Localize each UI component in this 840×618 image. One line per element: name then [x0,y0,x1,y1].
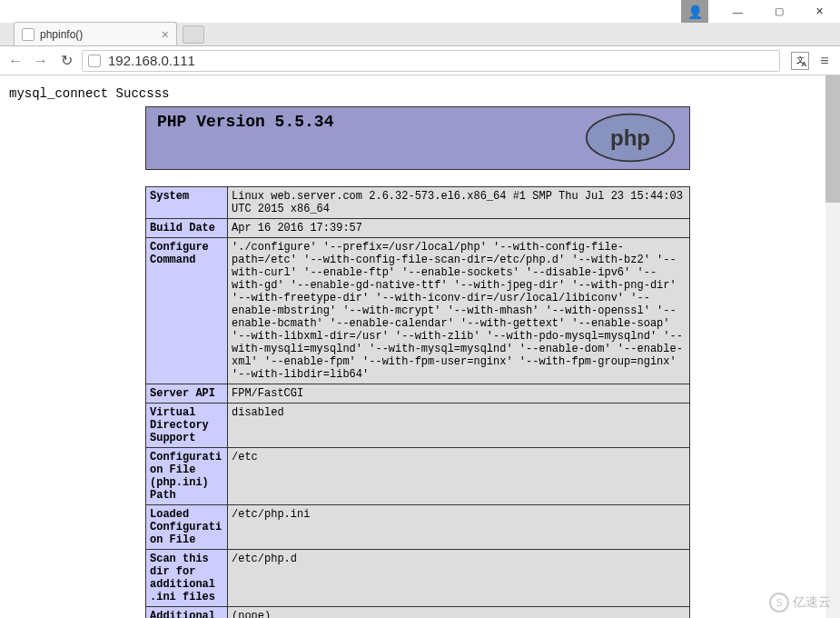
php-logo: php [582,113,678,164]
watermark: S 亿速云 [769,593,831,613]
table-row: Build DateApr 16 2016 17:39:57 [146,219,690,238]
watermark-text: 亿速云 [793,594,831,611]
table-row: Scan this dir for additional .ini files/… [146,550,690,607]
row-value: /etc [228,448,690,505]
address-bar: ← → ↻ 192.168.0.111 文 ≡ [0,46,840,75]
phpinfo-box: PHP Version 5.5.34 php SystemLinux web.s… [145,106,690,618]
svg-text:php: php [610,125,650,150]
new-tab-button[interactable] [183,25,204,44]
table-row: SystemLinux web.server.com 2.6.32-573.el… [146,187,690,219]
row-value: FPM/FastCGI [228,384,690,404]
table-row: Configure Command'./configure' '--prefix… [146,238,690,384]
row-label: Virtual Directory Support [146,404,228,448]
mysql-connect-message: mysql_connect Succsss [9,86,840,101]
tab-title: phpinfo() [40,28,83,41]
page-content: mysql_connect Succsss PHP Version 5.5.34… [0,75,840,618]
table-row: Additional .ini files parsed(none) [146,607,690,619]
table-row: Configuration File (php.ini) Path/etc [146,448,690,505]
site-icon [88,55,101,67]
close-tab-icon[interactable]: × [162,27,169,42]
translate-icon[interactable]: 文 [791,52,809,70]
row-value: /etc/php.d [228,550,690,607]
row-value: (none) [228,607,690,619]
row-value: disabled [228,404,690,448]
user-icon[interactable]: 👤 [681,0,708,23]
window-title-bar: 👤 — ▢ ✕ [0,0,840,23]
watermark-icon: S [769,593,789,613]
menu-button[interactable]: ≡ [815,51,835,71]
vertical-scrollbar[interactable] [825,75,840,618]
table-row: Loaded Configuration File/etc/php.ini [146,505,690,550]
viewport[interactable]: mysql_connect Succsss PHP Version 5.5.34… [0,75,840,618]
table-row: Virtual Directory Supportdisabled [146,404,690,448]
maximize-button[interactable]: ▢ [758,0,799,23]
row-label: Configuration File (php.ini) Path [146,448,228,505]
php-version-title: PHP Version 5.5.34 [157,113,333,131]
url-text: 192.168.0.111 [108,53,195,68]
row-value: Apr 16 2016 17:39:57 [228,219,690,238]
url-input[interactable]: 192.168.0.111 [82,50,780,72]
row-label: Configure Command [146,238,228,384]
page-icon [22,28,35,41]
row-value: './configure' '--prefix=/usr/local/php' … [228,238,690,384]
row-label: Additional .ini files parsed [146,607,228,619]
row-value: Linux web.server.com 2.6.32-573.el6.x86_… [228,187,690,219]
forward-button[interactable]: → [31,51,51,71]
phpinfo-header: PHP Version 5.5.34 php [145,106,690,170]
close-window-button[interactable]: ✕ [799,0,840,23]
scroll-thumb[interactable] [825,75,840,203]
row-label: Loaded Configuration File [146,505,228,550]
row-label: Server API [146,384,228,404]
tab-bar: phpinfo() × [0,23,840,46]
minimize-button[interactable]: — [717,0,758,23]
reload-button[interactable]: ↻ [56,51,76,71]
row-label: System [146,187,228,219]
back-button[interactable]: ← [5,51,25,71]
row-value: /etc/php.ini [228,505,690,550]
tab-phpinfo[interactable]: phpinfo() × [14,22,177,45]
phpinfo-table: SystemLinux web.server.com 2.6.32-573.el… [145,186,690,618]
row-label: Build Date [146,219,228,238]
row-label: Scan this dir for additional .ini files [146,550,228,607]
table-row: Server APIFPM/FastCGI [146,384,690,404]
